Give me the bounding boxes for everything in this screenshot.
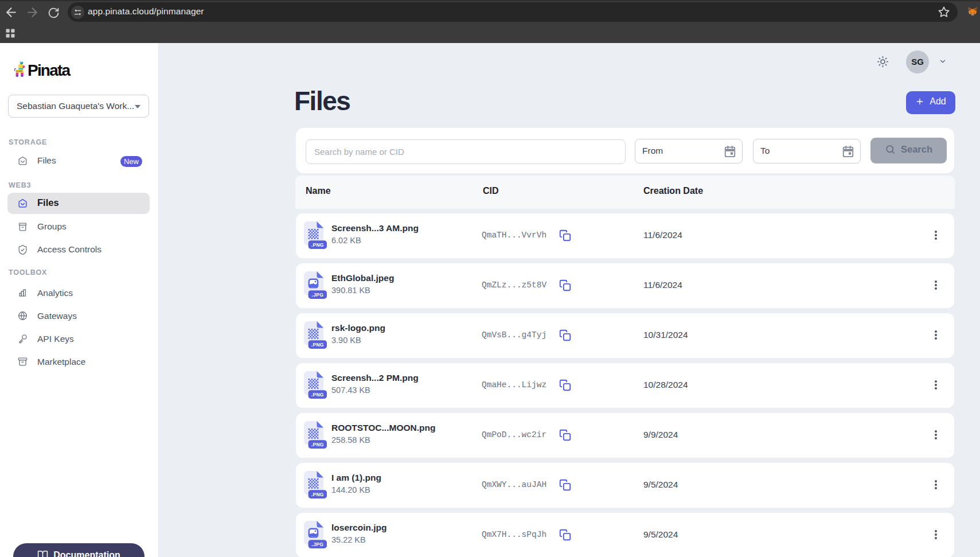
svg-text:.PNG: .PNG [311, 442, 324, 447]
svg-text:.PNG: .PNG [311, 342, 324, 348]
svg-text:.PNG: .PNG [311, 242, 324, 248]
svg-text:.PNG: .PNG [311, 392, 324, 398]
svg-text:.PNG: .PNG [311, 492, 324, 497]
svg-text:.JPG: .JPG [312, 292, 324, 298]
svg-text:.JPG: .JPG [312, 542, 324, 547]
